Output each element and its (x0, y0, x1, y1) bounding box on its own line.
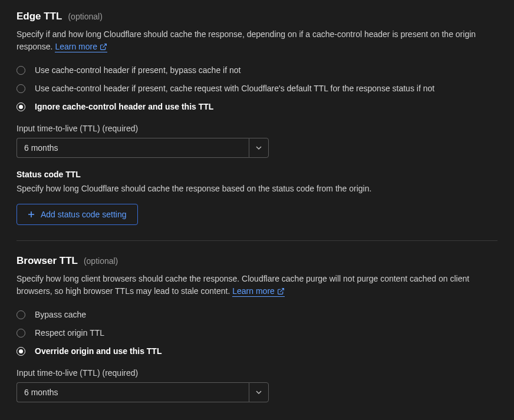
edge-option-0-radio[interactable] (17, 66, 25, 75)
chevron-down-icon (256, 389, 262, 395)
edge-ttl-select[interactable]: 6 months (17, 138, 269, 158)
browser-ttl-select[interactable]: 6 months (17, 382, 269, 402)
svg-line-3 (280, 289, 284, 292)
status-code-ttl-description: Specify how long Cloudflare should cache… (17, 184, 497, 193)
edge-option-2-radio[interactable] (17, 102, 25, 111)
edge-option-2-label: Ignore cache-control header and use this… (35, 102, 213, 111)
browser-option-2-radio[interactable] (17, 347, 25, 356)
edge-ttl-radio-group: Use cache-control header if present, byp… (17, 64, 497, 113)
edge-option-1-radio[interactable] (17, 84, 25, 93)
status-code-ttl-title: Status code TTL (17, 170, 497, 179)
browser-option-2-label: Override origin and use this TTL (35, 346, 162, 356)
browser-ttl-value[interactable]: 6 months (17, 382, 249, 402)
browser-ttl-input-label: Input time-to-live (TTL) (required) (17, 368, 497, 378)
browser-option-0-label: Bypass cache (35, 310, 86, 319)
browser-option-1-radio[interactable] (17, 329, 25, 338)
chevron-down-icon (256, 145, 262, 151)
browser-ttl-optional: (optional) (84, 256, 118, 266)
browser-option-0-radio[interactable] (17, 310, 25, 319)
edge-option-1-label: Use cache-control header if present, cac… (35, 84, 434, 93)
edge-ttl-optional: (optional) (68, 12, 102, 21)
edge-ttl-dropdown-button[interactable] (249, 138, 269, 158)
edge-learn-more-link[interactable]: Learn more (55, 42, 107, 52)
browser-ttl-header: Browser TTL (optional) (17, 255, 497, 267)
plus-icon (28, 211, 35, 218)
browser-learn-more-link[interactable]: Learn more (232, 286, 285, 297)
external-link-icon (100, 43, 107, 51)
edge-ttl-header: Edge TTL (optional) (17, 11, 497, 22)
edge-ttl-title: Edge TTL (17, 11, 62, 22)
browser-ttl-title: Browser TTL (17, 255, 78, 267)
edge-ttl-value[interactable]: 6 months (17, 138, 249, 158)
section-divider (17, 240, 497, 241)
browser-ttl-dropdown-button[interactable] (249, 382, 269, 402)
edge-ttl-input-label: Input time-to-live (TTL) (required) (17, 124, 497, 133)
browser-option-1-label: Respect origin TTL (35, 328, 104, 338)
svg-line-0 (103, 44, 106, 48)
external-link-icon (277, 287, 285, 295)
add-status-code-button[interactable]: Add status code setting (17, 204, 138, 225)
edge-ttl-description: Specify if and how long Cloudflare shoul… (17, 28, 497, 53)
edge-option-0-label: Use cache-control header if present, byp… (35, 65, 240, 75)
browser-ttl-radio-group: Bypass cache Respect origin TTL Override… (17, 308, 497, 358)
browser-ttl-description: Specify how long client browsers should … (17, 273, 497, 297)
